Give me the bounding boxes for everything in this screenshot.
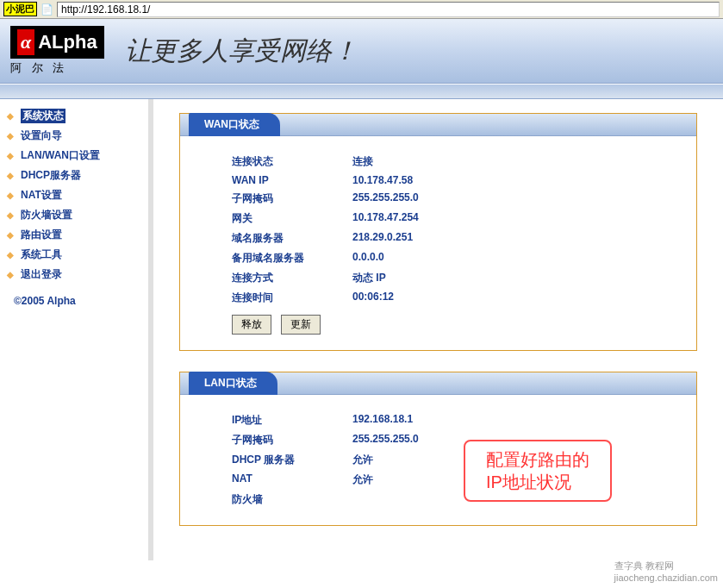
sidebar-item-label: LAN/WAN口设置 xyxy=(21,148,100,163)
row-label: 网关 xyxy=(232,211,352,226)
bullet-icon: ◆ xyxy=(7,250,14,260)
release-button[interactable]: 释放 xyxy=(232,315,271,335)
panel-header: WAN口状态 xyxy=(180,114,696,136)
row-value: 0.0.0.0 xyxy=(352,251,679,266)
copyright-text: ©2005 Alpha xyxy=(7,295,148,307)
sidebar-item-setup-wizard[interactable]: ◆设置向导 xyxy=(7,126,148,146)
row-label: 子网掩码 xyxy=(232,433,352,447)
row-value: 255.255.255.0 xyxy=(352,433,679,447)
row-label: IP地址 xyxy=(232,413,352,428)
page-icon: 📄 xyxy=(41,3,53,16)
table-row: 网关10.178.47.254 xyxy=(232,209,679,228)
bullet-icon: ◆ xyxy=(7,210,14,220)
table-row: 连接状态连接 xyxy=(232,152,679,172)
watermark-line1: 查字典 教程网 xyxy=(614,560,718,560)
header-divider xyxy=(0,84,723,99)
url-input[interactable] xyxy=(57,2,720,17)
row-label: 域名服务器 xyxy=(232,231,352,246)
browser-address-bar: 小泥巴 📄 xyxy=(0,0,723,19)
row-label: 连接时间 xyxy=(232,291,352,305)
table-row: NAT允许 xyxy=(232,470,679,490)
sidebar-item-label: 系统状态 xyxy=(21,109,65,123)
sidebar-item-system-status[interactable]: ◆系统状态 xyxy=(7,106,148,126)
row-value: 00:06:12 xyxy=(352,291,679,305)
panel-header: LAN口状态 xyxy=(180,372,696,395)
row-label: DHCP 服务器 xyxy=(232,453,352,467)
panel-title: LAN口状态 xyxy=(189,372,277,395)
table-row: DHCP 服务器允许 xyxy=(232,450,679,470)
row-label: NAT xyxy=(232,472,352,487)
sidebar-item-label: 退出登录 xyxy=(21,267,62,282)
update-button[interactable]: 更新 xyxy=(281,315,321,335)
row-value: 255.255.255.0 xyxy=(352,191,679,206)
table-row: 子网掩码255.255.255.0 xyxy=(232,189,679,209)
sidebar-item-label: NAT设置 xyxy=(21,188,62,203)
row-value xyxy=(352,492,679,507)
row-value: 192.168.18.1 xyxy=(352,413,679,428)
row-value: 允许 xyxy=(352,472,679,487)
sidebar-item-logout[interactable]: ◆退出登录 xyxy=(7,265,148,285)
bullet-icon: ◆ xyxy=(7,230,14,240)
table-row: 防火墙 xyxy=(232,490,679,510)
row-value: 10.178.47.58 xyxy=(352,174,679,186)
sidebar-item-label: 设置向导 xyxy=(21,128,62,143)
slogan-text: 让更多人享受网络！ xyxy=(125,34,358,69)
logo: α ALpha 阿 尔 法 xyxy=(10,26,104,76)
table-row: WAN IP10.178.47.58 xyxy=(232,172,679,189)
table-row: 域名服务器218.29.0.251 xyxy=(232,228,679,248)
table-row: IP地址192.168.18.1 xyxy=(232,410,679,430)
row-value: 连接 xyxy=(352,154,679,169)
row-value: 218.29.0.251 xyxy=(352,231,679,246)
row-label: 子网掩码 xyxy=(232,191,352,206)
bullet-icon: ◆ xyxy=(7,111,14,121)
logo-alpha-icon: α xyxy=(17,29,34,55)
main-content: 刷 新 WAN口状态 连接状态连接 WAN IP10.178.47.58 子网掩… xyxy=(153,99,723,560)
bullet-icon: ◆ xyxy=(7,270,14,279)
row-value: 动态 IP xyxy=(352,271,679,285)
sidebar-item-label: 防火墙设置 xyxy=(21,208,72,222)
sidebar-item-label: 路由设置 xyxy=(21,228,62,242)
row-label: 连接状态 xyxy=(232,154,352,169)
bullet-icon: ◆ xyxy=(7,171,14,180)
wan-status-panel: WAN口状态 连接状态连接 WAN IP10.178.47.58 子网掩码255… xyxy=(179,113,697,351)
row-label: 备用域名服务器 xyxy=(232,251,352,266)
panel-title: WAN口状态 xyxy=(189,113,280,136)
bullet-icon: ◆ xyxy=(7,191,14,200)
sidebar-item-lan-wan[interactable]: ◆LAN/WAN口设置 xyxy=(7,146,148,166)
sidebar-item-label: DHCP服务器 xyxy=(21,168,81,183)
watermark: 查字典 教程网 jiaocheng.chazidian.com xyxy=(614,560,718,560)
logo-text: ALpha xyxy=(38,31,97,53)
row-value: 允许 xyxy=(352,453,679,467)
table-row: 子网掩码255.255.255.0 xyxy=(232,430,679,450)
logo-subtext: 阿 尔 法 xyxy=(10,60,104,76)
row-label: 连接方式 xyxy=(232,271,352,285)
bullet-icon: ◆ xyxy=(7,131,14,141)
sidebar: ◆系统状态 ◆设置向导 ◆LAN/WAN口设置 ◆DHCP服务器 ◆NAT设置 … xyxy=(0,99,153,560)
sidebar-item-label: 系统工具 xyxy=(21,247,62,262)
sidebar-item-system-tools[interactable]: ◆系统工具 xyxy=(7,245,148,265)
page-header: α ALpha 阿 尔 法 让更多人享受网络！ xyxy=(0,19,723,84)
table-row: 连接时间00:06:12 xyxy=(232,288,679,308)
browser-badge: 小泥巴 xyxy=(3,2,37,16)
bullet-icon: ◆ xyxy=(7,151,14,160)
table-row: 备用域名服务器0.0.0.0 xyxy=(232,248,679,268)
sidebar-item-nat[interactable]: ◆NAT设置 xyxy=(7,185,148,205)
sidebar-item-routing[interactable]: ◆路由设置 xyxy=(7,225,148,245)
sidebar-item-dhcp[interactable]: ◆DHCP服务器 xyxy=(7,166,148,185)
row-label: WAN IP xyxy=(232,174,352,186)
table-row: 连接方式动态 IP xyxy=(232,268,679,288)
lan-status-panel: LAN口状态 IP地址192.168.18.1 子网掩码255.255.255.… xyxy=(179,372,697,526)
sidebar-item-firewall[interactable]: ◆防火墙设置 xyxy=(7,205,148,225)
row-value: 10.178.47.254 xyxy=(352,211,679,226)
row-label: 防火墙 xyxy=(232,492,352,507)
